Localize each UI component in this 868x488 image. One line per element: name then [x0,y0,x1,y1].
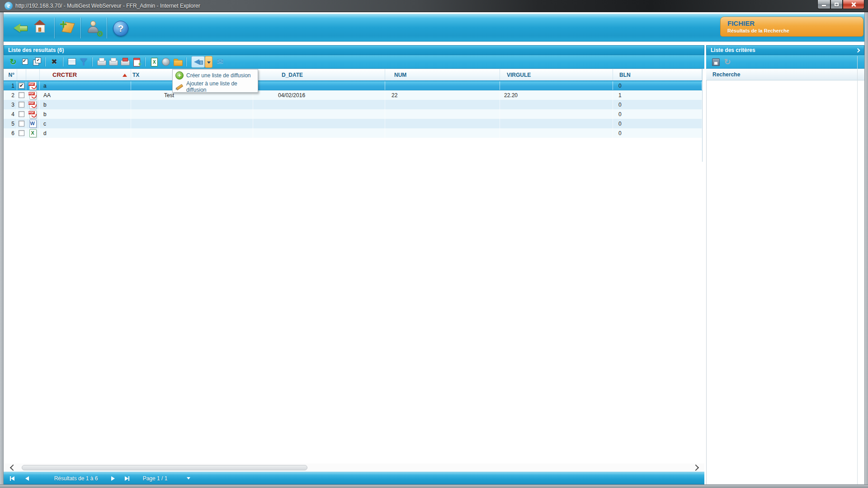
select-all-icon[interactable] [31,56,42,67]
previous-page-button[interactable] [25,472,29,485]
pdf-file-icon[interactable]: PDF [29,91,37,99]
row-checkbox[interactable] [19,102,24,108]
row-checkbox[interactable]: ✔ [19,83,24,89]
row-checkbox[interactable] [19,121,24,127]
column-header-d-date[interactable]: D_DATE [253,69,385,80]
view-list-icon[interactable] [66,56,77,67]
export-folder-icon[interactable] [172,56,183,67]
home-icon[interactable] [32,20,48,36]
scroll-left-icon[interactable] [10,465,16,471]
save-icon[interactable] [710,56,721,67]
menu-item-add-to-diffusion-list[interactable]: Ajouter à une liste de diffusion [173,81,258,92]
last-page-button[interactable] [125,472,129,485]
toolbar-separator [92,57,93,66]
table-row[interactable]: 2 PDF AA Test 04/02/2016 22 22.20 1 [4,90,702,100]
results-range-label: Résultats de 1 à 6 [35,472,117,485]
print-alt-icon[interactable] [108,56,118,67]
doc-type-label: X [31,131,34,136]
column-header-crcter[interactable]: CRCTER [40,69,131,80]
collapse-panel-icon[interactable] [856,48,860,53]
cell-bln: 0 [613,109,702,119]
table-row[interactable]: 1 ✔ PDF a 0 [4,81,702,90]
row-checkbox[interactable] [19,130,24,136]
sort-ascending-icon [123,74,127,77]
refresh-disabled-icon[interactable] [722,56,733,67]
send-mail-icon[interactable] [215,56,226,67]
row-checkbox[interactable] [19,92,24,98]
print-pdf-icon[interactable] [119,56,130,67]
word-file-icon[interactable]: W [29,120,37,128]
close-button[interactable] [843,0,864,9]
delete-icon[interactable] [49,56,60,67]
cell-virgule [500,100,613,109]
cell-virgule: 22.20 [500,90,613,100]
criteria-header-bar: Liste des critères [706,45,864,55]
cell-tx [131,128,253,138]
cell-tx [131,119,253,128]
excel-file-icon[interactable]: X [29,129,37,137]
window-border-right [864,12,868,488]
menu-item-create-diffusion-list[interactable]: Créer une liste de diffusion [173,70,258,81]
maximize-button[interactable] [830,0,843,9]
pdf-file-icon[interactable]: PDF [29,101,37,109]
print-icon[interactable] [96,56,107,67]
cell-bln: 0 [613,100,702,109]
doc-type-label: PDF [28,92,35,95]
user-settings-icon[interactable]: ⚙ [86,20,102,36]
column-label: VIRGULE [507,72,531,78]
page-number-label: Page 1 / 1 [139,472,171,485]
page-size-dropdown-icon[interactable] [187,477,190,479]
table-row[interactable]: 3 PDF b 0 [4,100,702,109]
table-row[interactable]: 6 X d 0 [4,128,702,138]
horizontal-scrollbar [4,464,704,472]
column-header-virgule[interactable]: VIRGULE [500,69,613,80]
column-label: CRCTER [52,71,77,78]
fichier-tab-subtitle: Résultats de la Recherche [727,28,863,33]
scrollbar-thumb[interactable] [22,465,307,470]
pdf-file-icon[interactable]: PDF [29,110,37,118]
cell-num [385,81,500,90]
back-icon[interactable] [14,20,30,36]
column-header-checkbox[interactable] [17,69,26,80]
column-header-num[interactable]: NUM [385,69,500,80]
toolbar-separator [80,18,81,38]
user-head [90,21,96,26]
minimize-button[interactable] [817,0,830,9]
criteria-title: Liste des critères [711,47,755,53]
refresh-icon[interactable] [8,56,19,67]
column-header-no[interactable]: N° [4,69,17,80]
add-slab [61,22,75,33]
export-web-icon[interactable] [160,56,171,67]
diffusion-list-dropdown-button[interactable] [205,56,212,68]
row-number: 2 [4,90,17,100]
pdf-file-icon[interactable]: PDF [29,82,37,90]
help-icon[interactable] [112,20,128,36]
filter-icon[interactable] [78,56,89,67]
diffusion-dropdown-menu: Créer une liste de diffusion Ajouter à u… [172,69,258,93]
column-label: BLN [619,72,631,78]
cell-d-date [253,100,385,109]
export-excel-icon[interactable] [149,56,160,67]
select-icon[interactable] [19,56,30,67]
scroll-right-icon[interactable] [693,465,699,471]
cell-num: 22 [385,90,500,100]
add-document-icon[interactable] [60,20,76,36]
cell-virgule [500,81,613,90]
table-row[interactable]: 4 PDF b 0 [4,109,702,119]
first-page-button[interactable] [10,472,14,485]
column-header-icon[interactable] [26,69,40,80]
tab-fichier[interactable]: FICHIER Résultats de la Recherche [720,17,863,37]
table-row[interactable]: 5 W c 0 [4,119,702,128]
cell-bln: 0 [613,128,702,138]
column-header-bln[interactable]: BLN [613,69,702,80]
search-section-header[interactable]: Recherche [706,69,864,80]
cell-tx [131,100,253,109]
export-pdf-icon[interactable] [131,56,142,67]
row-checkbox[interactable] [19,111,24,117]
window-border-left [0,12,4,488]
cell-virgule [500,128,613,138]
doc-type-label: PDF [28,102,35,105]
diffusion-list-button[interactable] [191,56,205,68]
menu-item-label: Ajouter à une liste de diffusion [186,80,258,93]
next-page-button[interactable] [111,472,115,485]
